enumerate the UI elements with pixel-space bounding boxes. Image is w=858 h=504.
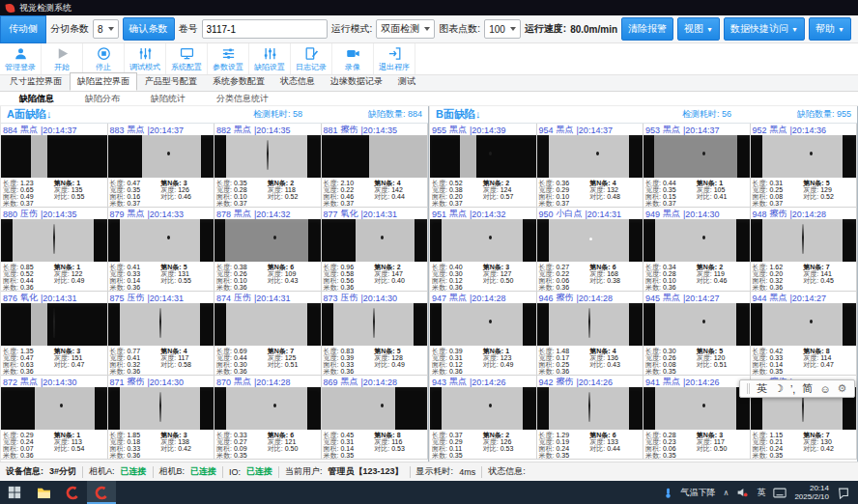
defect-cell[interactable]: 877 氧化 |20:14:31 长度:0.96 宽度:0.58 面积:0.56… — [322, 208, 429, 292]
gear-icon[interactable]: ⚙ — [838, 382, 847, 395]
defect-cell[interactable]: 951 黑点 |20:14:32 长度:0.40 宽度:0.30 面积:0.12… — [430, 208, 537, 292]
taskbar-clock[interactable]: 20:14 2025/2/10 — [794, 484, 829, 501]
defect-cell[interactable]: 952 黑点 |20:14:36 长度:0.31 宽度:0.25 面积:0.08… — [751, 124, 858, 208]
stop-button[interactable]: 停止 — [83, 43, 125, 74]
exit-program-button[interactable]: 退出程序 — [374, 43, 415, 74]
clear-alarm-button[interactable]: 清除报警 — [621, 17, 673, 41]
debug-mode-button[interactable]: 调试模式 — [125, 43, 166, 74]
defect-cell[interactable]: 954 黑点 |20:14:37 长度:0.36 宽度:0.29 面积:0.10… — [537, 124, 644, 208]
parameter-settings-button[interactable]: 参数设置 — [208, 43, 249, 74]
slit-count-select[interactable]: 8 — [93, 19, 119, 39]
defect-cell[interactable]: 873 压伤 |20:14:30 长度:0.83 宽度:0.39 面积:0.33… — [322, 292, 429, 376]
roll-number-input[interactable] — [202, 19, 328, 39]
defect-metadata: 长度:1.48 宽度:0.17 面积:0.25 米数:0.36 第N条:4 灰度… — [537, 346, 644, 375]
subtab-defect-distribution[interactable]: 缺陷分布 — [70, 93, 135, 105]
help-menu-button[interactable]: 帮助▼ — [809, 17, 851, 41]
gray-level-label: 灰度: — [803, 438, 818, 445]
data-quick-access-button[interactable]: 数据快捷访问▼ — [724, 17, 805, 41]
tab-test[interactable]: 测试 — [390, 72, 423, 91]
area-value: 0.10 — [234, 277, 247, 284]
defect-cell[interactable]: 876 氧化 |20:14:31 长度:1.35 宽度:0.47 面积:0.63… — [1, 292, 108, 376]
tab-product-model-config[interactable]: 产品型号配置 — [137, 72, 205, 91]
start-button[interactable]: 开始 — [42, 43, 83, 74]
defect-mark-icon — [108, 135, 214, 178]
punctuation-toggle[interactable]: ’, — [790, 383, 796, 395]
thermometer-icon[interactable] — [663, 486, 673, 500]
app-icon-1[interactable] — [58, 481, 87, 504]
defect-cell[interactable]: 869 黑点 |20:14:28 长度:0.45 宽度:0.31 面积:0.14… — [322, 376, 429, 460]
tab-edge-data-record[interactable]: 边缘数据记录 — [323, 72, 390, 91]
defect-cell[interactable]: 872 黑点 |20:14:30 长度:0.29 宽度:0.24 面积:0.07… — [1, 376, 108, 460]
defect-cell[interactable]: 941 黑点 |20:14:26 长度:0.28 宽度:0.23 面积:0.06… — [644, 376, 751, 460]
gray-level-label: 灰度: — [374, 186, 389, 193]
defect-time: |20:14:37 — [683, 126, 719, 135]
defect-cell[interactable]: 955 黑点 |20:14:39 长度:0.52 宽度:0.38 面积:0.20… — [430, 124, 537, 208]
view-menu-button[interactable]: 视图▼ — [677, 17, 720, 41]
strip-no-value: 7 — [290, 348, 294, 354]
contrast-label: 对比: — [54, 445, 70, 452]
app-icon-active[interactable] — [87, 481, 116, 504]
subtab-class-info-statistics[interactable]: 分类信息统计 — [201, 93, 284, 105]
action-center-icon[interactable] — [837, 487, 850, 499]
defect-cell[interactable]: 947 黑点 |20:14:28 长度:0.39 宽度:0.31 面积:0.12… — [430, 292, 537, 376]
defect-meta-right: 第N条:1 灰度:105 对比:0.41 — [697, 180, 748, 207]
defect-metadata: 长度:0.31 宽度:0.25 面积:0.08 米数:0.37 第N条:5 灰度… — [751, 178, 857, 207]
defect-cell[interactable]: 875 压伤 |20:14:31 长度:0.77 宽度:0.41 面积:0.32… — [108, 292, 215, 376]
start-menu-button[interactable] — [0, 481, 29, 504]
touch-keyboard-icon[interactable] — [773, 488, 786, 498]
run-mode-select[interactable]: 双面检测 — [376, 19, 435, 39]
tab-defect-monitor[interactable]: 缺陷监控界面 — [70, 72, 137, 91]
simplified-chinese-toggle[interactable]: 简 — [802, 381, 813, 396]
defect-cell[interactable]: 946 擦伤 |20:14:28 长度:1.48 宽度:0.17 面积:0.25… — [537, 292, 644, 376]
defect-cell[interactable]: 943 黑点 |20:14:26 长度:0.37 宽度:0.29 面积:0.11… — [430, 376, 537, 460]
defect-cell[interactable]: 944 黑点 |20:14:27 长度:0.42 宽度:0.33 面积:0.14… — [751, 292, 858, 376]
defect-cell[interactable]: 949 黑点 |20:14:30 长度:0.34 宽度:0.28 面积:0.10… — [644, 208, 751, 292]
drag-handle-icon[interactable] — [747, 383, 750, 394]
defect-cell[interactable]: 871 擦伤 |20:14:30 长度:1.85 宽度:0.18 面积:0.33… — [108, 376, 215, 460]
tab-size-monitor[interactable]: 尺寸监控界面 — [2, 72, 70, 91]
tab-system-param-config[interactable]: 系统参数配置 — [205, 72, 272, 91]
contrast-value: 0.54 — [72, 445, 85, 452]
defect-count-value: 884 — [408, 109, 422, 119]
ime-language-indicator[interactable]: 英 — [757, 487, 765, 499]
defect-meta-left: 长度:0.42 宽度:0.33 面积:0.14 米数:0.35 — [753, 348, 804, 375]
defect-cell[interactable]: 884 黑点 |20:14:37 长度:1.23 宽度:0.65 面积:0.49… — [1, 124, 108, 208]
confirm-count-button[interactable]: 确认条数 — [123, 17, 175, 41]
speaker-icon[interactable] — [736, 487, 749, 498]
moon-icon[interactable]: ☽ — [774, 382, 784, 395]
defect-cell[interactable]: 883 黑点 |20:14:37 长度:0.47 宽度:0.35 面积:0.16… — [108, 124, 215, 208]
admin-login-button[interactable]: 管理登录 — [0, 43, 42, 74]
defect-cell[interactable]: 874 压伤 |20:14:31 长度:0.69 宽度:0.44 面积:0.30… — [214, 292, 322, 376]
strip-no-label: 第N条: — [374, 264, 394, 270]
defect-cell[interactable]: 880 压伤 |20:14:35 长度:0.85 宽度:0.52 面积:0.44… — [1, 208, 108, 292]
width-label: 宽度: — [3, 354, 18, 361]
defect-mark-icon — [644, 303, 750, 346]
defect-cell[interactable]: 870 黑点 |20:14:28 长度:0.33 宽度:0.27 面积:0.09… — [214, 376, 322, 460]
chart-points-select[interactable]: 100 — [484, 19, 521, 39]
defect-cell[interactable]: 882 黑点 |20:14:35 长度:0.35 宽度:0.28 面积:0.10… — [214, 124, 322, 208]
system-config-button[interactable]: 系统配置 — [166, 43, 208, 74]
drive-side-button[interactable]: 传动侧 — [0, 15, 46, 43]
defect-cell[interactable]: 953 黑点 |20:14:37 长度:0.44 宽度:0.35 面积:0.15… — [644, 124, 751, 208]
defect-cell[interactable]: 881 擦伤 |20:14:35 长度:2.10 宽度:0.22 面积:0.46… — [322, 124, 429, 208]
weather-text[interactable]: 气温下降 — [681, 487, 716, 499]
tab-status-info[interactable]: 状态信息 — [272, 72, 323, 91]
defect-cell[interactable]: 950 小白点 |20:14:31 长度:0.27 宽度:0.22 面积:0.0… — [537, 208, 644, 292]
emoji-icon[interactable]: ☺ — [819, 383, 830, 395]
defect-settings-button[interactable]: 缺陷设置 — [249, 43, 291, 74]
log-record-button[interactable]: 日志记录 — [291, 43, 332, 74]
meter-value: 0.36 — [769, 284, 783, 291]
defect-cell[interactable]: 945 黑点 |20:14:27 长度:0.30 宽度:0.26 面积:0.08… — [644, 292, 751, 376]
length-value: 0.27 — [556, 264, 569, 270]
ime-english-toggle[interactable]: 英 — [757, 381, 767, 396]
recording-button[interactable]: 录像 — [332, 43, 374, 74]
defect-cell[interactable]: 879 黑点 |20:14:33 长度:0.41 宽度:0.33 面积:0.14… — [108, 208, 215, 292]
file-explorer-button[interactable] — [29, 481, 58, 504]
defect-cell[interactable]: 878 黑点 |20:14:32 长度:0.38 宽度:0.26 面积:0.10… — [214, 208, 322, 292]
subtab-defect-info[interactable]: 缺陷信息 — [4, 93, 70, 105]
hidden-icons-chevron[interactable]: ∧ — [724, 489, 729, 497]
defect-cell[interactable]: 942 擦伤 |20:14:26 长度:1.29 宽度:0.19 面积:0.24… — [537, 376, 644, 460]
subtab-defect-statistics[interactable]: 缺陷统计 — [135, 93, 201, 105]
defect-cell[interactable]: 948 擦伤 |20:14:28 长度:1.62 宽度:0.20 面积:0.32… — [751, 208, 858, 292]
defect-id: 942 — [539, 378, 554, 387]
